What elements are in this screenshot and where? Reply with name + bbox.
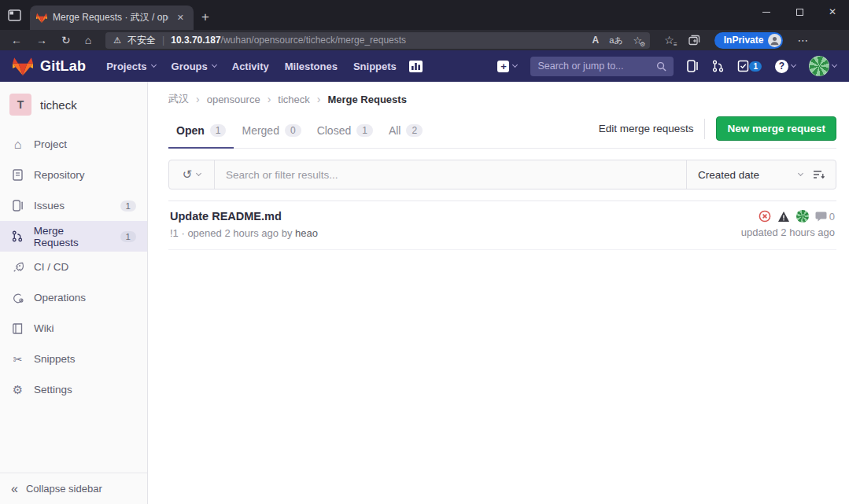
project-context[interactable]: T ticheck [0,82,147,129]
minimize-button[interactable] [750,0,783,24]
new-tab-button[interactable]: + [201,9,209,25]
comment-bubble-icon [815,211,827,222]
read-aloud-button[interactable]: A [592,35,599,46]
sidebar-item-ci-cd[interactable]: CI / CD [0,252,147,282]
nav-snippets[interactable]: Snippets [345,50,404,82]
minimize-icon [762,12,770,13]
nav-activity[interactable]: Activity [224,50,277,82]
back-icon: ← [11,34,22,46]
settings-menu-button[interactable]: ⋯ [797,34,808,46]
chevron-down-icon [150,62,156,68]
issues-icon [687,60,699,72]
collapse-sidebar-button[interactable]: « Collapse sidebar [0,473,147,504]
merge-requests-count-badge: 1 [120,231,136,242]
tab-count-badge: 0 [285,124,301,137]
sidebar-item-settings[interactable]: ⚙ Settings [0,374,147,405]
favorites-bar-button[interactable]: ☆≡ [664,34,674,46]
sidebar-item-label: Settings [34,384,72,395]
operations-icon [11,292,24,304]
maximize-icon [796,9,803,16]
nav-projects[interactable]: Projects [98,50,163,82]
tab-merged[interactable]: Merged 0 [234,117,308,149]
browser-address-bar: ← → ↻ ⌂ ⚠ 不安全 | 10.3.70.187/wuhan/openso… [0,30,849,50]
book-icon [11,323,24,334]
not-secure-warning-icon: ⚠ [113,35,121,46]
refresh-button[interactable]: ↻ [61,35,71,46]
nav-label: Projects [106,61,146,72]
tab-actions-icon [8,9,21,21]
edit-merge-requests-button[interactable]: Edit merge requests [599,123,694,134]
double-chevron-left-icon: « [11,482,18,496]
url-separator: | [162,35,164,46]
nav-label: Snippets [353,61,397,72]
sidebar-item-issues[interactable]: Issues 1 [0,190,147,221]
mr-title-link[interactable]: Update README.md [170,210,318,223]
mr-row-right: 0 updated 2 hours ago [741,210,835,239]
inprivate-badge[interactable]: InPrivate [714,32,784,49]
mr-meta: !1 · opened 2 hours ago by heao [170,227,318,239]
url-field[interactable]: ⚠ 不安全 | 10.3.70.187/wuhan/opensource/tic… [105,32,650,49]
home-button[interactable]: ⌂ [85,35,91,46]
charts-button[interactable] [404,61,427,72]
todo-check-icon [737,60,749,72]
document-icon [11,169,24,181]
sort-dropdown-label: Created date [698,169,759,181]
tab-all[interactable]: All 2 [381,117,430,149]
tab-closed[interactable]: Closed 1 [309,117,381,149]
browser-tab[interactable]: Merge Requests · 武汉 / opensc ✕ [30,6,194,30]
list-lines-icon: ≡ [674,41,677,48]
tab-close-button[interactable]: ✕ [174,11,187,24]
sort-dropdown[interactable]: Created date [686,160,814,189]
gitlab-logo[interactable]: GitLab [13,57,86,75]
nav-milestones[interactable]: Milestones [277,50,345,82]
sidebar-item-label: Project [34,138,67,150]
issues-count-badge: 1 [120,200,136,212]
tab-open[interactable]: Open 1 [168,117,234,149]
translate-button[interactable]: aあ [609,35,622,46]
nav-groups[interactable]: Groups [164,50,224,82]
merge-request-row[interactable]: Update README.md !1 · opened 2 hours ago… [168,201,836,250]
plus-icon: + [201,9,209,24]
collections-button[interactable] [688,35,700,46]
chevron-down-icon [196,171,201,176]
new-menu-button[interactable]: + [497,61,517,72]
scissors-icon: ✂ [11,354,24,365]
breadcrumb-current: Merge Requests [327,94,406,105]
sidebar-item-merge-requests[interactable]: Merge Requests 1 [0,221,147,252]
breadcrumb-project[interactable]: ticheck [278,94,309,105]
gitlab-favicon [36,13,47,23]
recent-searches-button[interactable]: ↺ [169,160,215,189]
todos-button[interactable]: 1 [737,60,762,72]
tab-actions-button[interactable] [0,0,28,30]
navbar-merge-requests-button[interactable] [712,60,724,72]
filter-search-input[interactable] [215,160,686,189]
issues-icon [11,200,24,212]
forward-icon: → [36,34,47,46]
sidebar-item-repository[interactable]: Repository [0,160,147,190]
assignee-avatar[interactable] [796,210,809,223]
collections-icon [688,35,700,46]
navbar-issues-button[interactable] [687,60,699,72]
pipeline-failed-icon[interactable] [759,210,771,223]
sidebar-item-operations[interactable]: Operations [0,282,147,313]
mr-comments[interactable]: 0 [815,211,835,223]
sort-direction-button[interactable] [814,170,836,179]
user-menu-button[interactable] [809,56,836,76]
back-button[interactable]: ← [11,35,22,46]
maximize-button[interactable] [783,0,816,24]
global-search-input[interactable] [537,61,652,72]
mr-author-link[interactable]: heao [295,227,318,239]
breadcrumb-subgroup[interactable]: opensource [207,94,260,105]
new-merge-request-button[interactable]: New merge request [716,116,836,141]
sidebar-item-wiki[interactable]: Wiki [0,313,147,344]
forward-button[interactable]: → [36,35,47,46]
tab-label: Closed [317,124,352,137]
help-button[interactable]: ? [775,60,795,73]
sidebar-item-snippets[interactable]: ✂ Snippets [0,344,147,374]
gear-icon: ⚙ [640,41,645,48]
breadcrumb-group[interactable]: 武汉 [168,92,189,106]
tab-label: Open [176,124,205,137]
close-window-button[interactable]: ✕ [816,0,849,24]
sidebar-item-project[interactable]: ⌂ Project [0,129,147,160]
add-favorite-button[interactable]: ☆⚙ [633,35,643,46]
